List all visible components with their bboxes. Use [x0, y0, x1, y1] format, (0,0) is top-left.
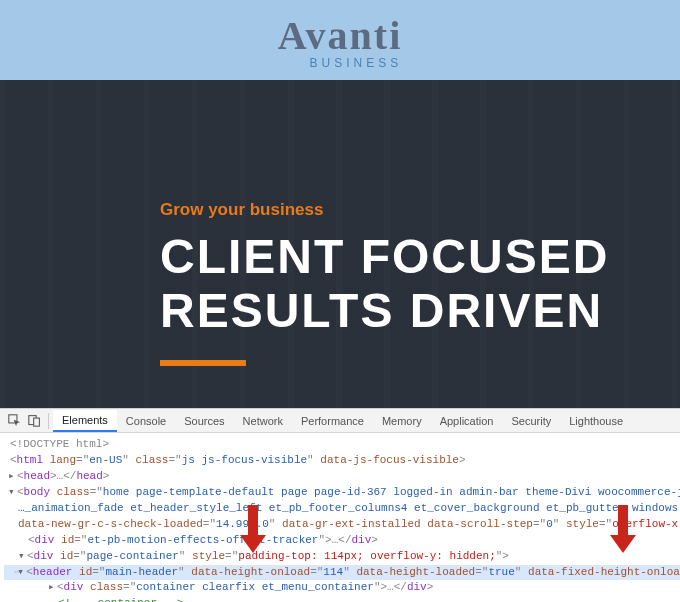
code-line-selected[interactable]: ⋯ ▾<header id="main-header" data-height-… [4, 565, 680, 581]
hero-kicker: Grow your business [160, 200, 680, 220]
code-line[interactable]: <!DOCTYPE html> [4, 437, 680, 453]
devtools-toolbar: Elements Console Sources Network Perform… [0, 409, 680, 433]
devtools-tab-network[interactable]: Network [234, 411, 292, 431]
code-line[interactable]: <!-- .container --> [4, 596, 680, 602]
devtools-tab-lighthouse[interactable]: Lighthouse [560, 411, 632, 431]
devtools-tab-sources[interactable]: Sources [175, 411, 233, 431]
page-preview: Avanti BUSINESS header#main-header 1903 … [0, 0, 680, 408]
code-line[interactable]: ▾<body class="home page-template-default… [4, 485, 680, 501]
devtools-tab-elements[interactable]: Elements [53, 410, 117, 432]
site-logo: Avanti BUSINESS [278, 16, 403, 70]
svg-rect-2 [33, 418, 39, 426]
logo-sub-text: BUSINESS [278, 56, 403, 70]
code-line[interactable]: <div id="et-pb-motion-effects-offset-tra… [4, 533, 680, 549]
devtools-dom-tree[interactable]: <!DOCTYPE html> <html lang="en-US" class… [0, 433, 680, 602]
code-line[interactable]: <html lang="en-US" class="js js-focus-vi… [4, 453, 680, 469]
devtools-tab-console[interactable]: Console [117, 411, 175, 431]
devtools-tab-memory[interactable]: Memory [373, 411, 431, 431]
code-line[interactable]: ▸<head>…</head> [4, 469, 680, 485]
devtools-panel: Elements Console Sources Network Perform… [0, 408, 680, 602]
logo-main-text: Avanti [278, 16, 403, 56]
site-header: Avanti BUSINESS [0, 0, 680, 80]
device-mode-icon[interactable] [24, 411, 44, 431]
inspect-element-icon[interactable] [4, 411, 24, 431]
devtools-tab-application[interactable]: Application [431, 411, 503, 431]
hero-headline-line2: RESULTS DRIVEN [160, 284, 680, 338]
devtools-tab-security[interactable]: Security [502, 411, 560, 431]
hero-headline-line1: CLIENT FOCUSED [160, 230, 680, 284]
code-line[interactable]: …_animation_fade et_header_style_left et… [4, 501, 680, 517]
hero-section: Grow your business CLIENT FOCUSED RESULT… [0, 80, 680, 408]
code-line[interactable]: data-new-gr-c-s-check-loaded="14.997.0" … [4, 517, 680, 533]
code-line[interactable]: ▾<div id="page-container" style="padding… [4, 549, 680, 565]
devtools-tab-performance[interactable]: Performance [292, 411, 373, 431]
hero-underline [160, 360, 246, 366]
code-line[interactable]: ▸<div class="container clearfix et_menu_… [4, 580, 680, 596]
